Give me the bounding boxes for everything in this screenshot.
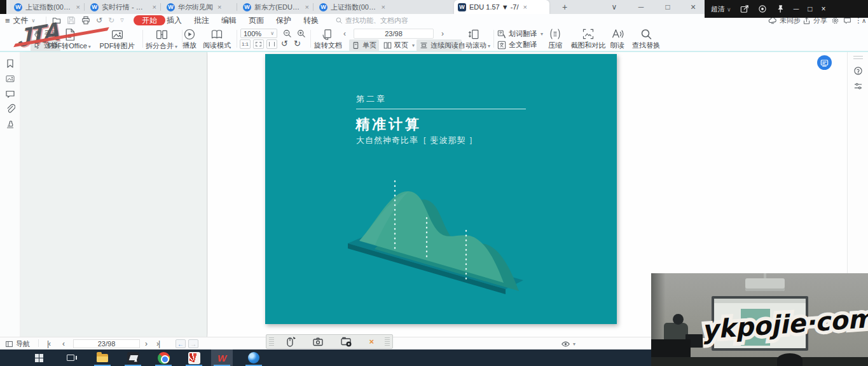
images-panel-icon[interactable] — [5, 74, 15, 84]
close-capture-icon[interactable]: × — [369, 337, 375, 346]
rotate-document-button[interactable]: 旋转文档 — [312, 27, 345, 49]
history-forward-button[interactable]: → — [188, 339, 198, 348]
print-icon[interactable] — [81, 16, 90, 25]
previous-page-icon[interactable]: ‹ — [343, 29, 346, 38]
compress-button[interactable]: 压缩 — [544, 27, 566, 49]
pdf-to-office-button[interactable]: PDF转Office▾ — [45, 28, 94, 50]
tab-wallstreetcn[interactable]: W 华尔街见闻 × — [163, 0, 237, 14]
tab-close-icon[interactable]: × — [217, 3, 221, 11]
recorder-share-icon[interactable] — [740, 4, 749, 13]
page-indicator-box[interactable]: 23/98 — [73, 339, 140, 348]
webcam-overlay[interactable]: ykpojie·com — [651, 273, 868, 366]
tab-close-icon[interactable]: × — [305, 3, 309, 11]
single-page-button[interactable]: 单页 — [349, 39, 379, 51]
find-replace-button[interactable]: 查找替换 — [630, 27, 663, 49]
file-menu[interactable]: ≡ 文件 ∨ — [5, 14, 35, 27]
capture-floating-toolbar[interactable]: × — [266, 334, 393, 349]
window-minimize-button[interactable]: ─ — [632, 0, 650, 14]
navigation-toggle[interactable]: 导航 — [5, 337, 30, 350]
edge-browser-button[interactable] — [243, 349, 265, 366]
cards-app-button[interactable] — [183, 349, 205, 366]
double-page-button[interactable]: 双页 ▾ — [381, 39, 417, 51]
recorder-maximize-button[interactable]: □ — [808, 4, 812, 13]
more-tools-chevron-icon[interactable]: ▽ — [120, 18, 123, 23]
camera-capture-icon[interactable] — [312, 336, 324, 348]
pdf-to-image-button[interactable]: PDF转图片 — [94, 28, 140, 50]
tab-list-chevron-icon[interactable]: ∨ — [605, 0, 623, 14]
word-translate-button[interactable]: 划词翻译 ▾ — [497, 29, 543, 39]
stamp-panel-icon[interactable] — [5, 119, 15, 129]
undo-icon[interactable]: ↺ — [96, 16, 102, 25]
history-back-button[interactable]: ← — [176, 339, 186, 348]
menu-tab-protect[interactable]: 保护 — [276, 14, 291, 27]
tab-stock-index-2[interactable]: W 上证指数(00000 × — [315, 0, 389, 14]
fit-page-button[interactable] — [253, 39, 264, 49]
tab-close-icon[interactable]: × — [153, 3, 156, 11]
menu-tab-page[interactable]: 页面 — [249, 14, 264, 27]
full-translate-button[interactable]: 全文翻译 — [497, 40, 537, 50]
tab-stock-index-1[interactable]: W 上证指数(00000 × — [10, 0, 84, 14]
play-button[interactable]: 播放 — [178, 28, 201, 49]
zoom-in-icon[interactable] — [296, 29, 306, 38]
menu-tab-convert[interactable]: 转换 — [303, 14, 319, 27]
recorder-record-icon[interactable] — [758, 4, 767, 13]
open-file-icon[interactable] — [52, 16, 61, 25]
screenshot-compare-button[interactable]: 截图和对比 — [568, 27, 608, 49]
search-input[interactable] — [345, 17, 447, 24]
read-mode-button[interactable]: 阅读模式 — [201, 28, 233, 49]
last-page-button[interactable]: ›| — [156, 337, 160, 350]
previous-page-button[interactable]: ‹ — [62, 337, 64, 350]
read-aloud-button[interactable]: 朗读 — [607, 27, 628, 49]
continuous-read-button[interactable]: 连续阅读 — [417, 39, 462, 51]
search-box[interactable] — [335, 15, 456, 25]
tab-close-icon[interactable]: × — [76, 3, 80, 11]
tab-edu-nyse[interactable]: W 新东方(EDU.NYS × — [239, 0, 313, 14]
next-page-button[interactable]: › — [145, 337, 147, 350]
help-icon[interactable] — [853, 66, 863, 76]
drag-grip-icon[interactable] — [385, 337, 390, 346]
attachment-panel-icon[interactable] — [5, 104, 15, 114]
task-view-button[interactable] — [60, 349, 81, 366]
zoom-out-icon[interactable] — [282, 29, 292, 38]
next-page-icon[interactable]: › — [441, 29, 444, 38]
start-button[interactable] — [28, 349, 50, 366]
rotate-left-icon[interactable]: ↺ — [281, 39, 288, 48]
menu-tab-annotate[interactable]: 批注 — [194, 14, 209, 27]
menu-tab-insert[interactable]: 插入 — [167, 14, 182, 27]
mouse-tool-icon[interactable] — [285, 336, 296, 348]
auto-scroll-button[interactable]: 自动滚动▾ — [457, 28, 492, 49]
recorder-quality-label[interactable]: 超清 ∨ — [711, 4, 731, 14]
fit-width-button[interactable] — [266, 39, 277, 49]
save-icon[interactable] — [67, 16, 76, 25]
new-tab-button[interactable]: + — [556, 0, 574, 14]
recorder-pin-icon[interactable] — [776, 4, 785, 13]
presentation-app-button[interactable] — [122, 349, 144, 366]
tab-edu-active[interactable]: W EDU 1.57 ▼ -7/ × — [454, 0, 549, 14]
recorder-close-button[interactable]: × — [821, 4, 825, 13]
bookmarks-panel-icon[interactable] — [5, 58, 15, 69]
tab-close-icon[interactable]: × — [382, 3, 385, 11]
zoom-level-select[interactable]: 100% ∨ — [240, 29, 277, 38]
redo-icon[interactable]: ↻ — [108, 16, 114, 25]
file-explorer-button[interactable] — [92, 349, 113, 366]
drag-grip-icon[interactable] — [269, 337, 274, 346]
split-merge-button[interactable]: 拆分合并▾ — [144, 28, 179, 50]
window-close-button[interactable]: × — [684, 0, 702, 14]
display-settings-icon[interactable] — [853, 81, 863, 91]
page-indicator-input[interactable]: 23/98 — [354, 29, 434, 39]
tab-realtime-quotes[interactable]: W 实时行情 - 华尔街 × — [86, 0, 160, 14]
comments-panel-icon[interactable] — [5, 89, 15, 99]
camera-settings-icon[interactable] — [340, 336, 353, 348]
menu-tab-home[interactable]: 开始 — [134, 15, 165, 25]
recorder-minimize-button[interactable]: ─ — [794, 4, 799, 13]
menu-tab-edit[interactable]: 编辑 — [221, 14, 237, 27]
actual-size-button[interactable]: 1:1 — [240, 39, 251, 49]
pdf-page[interactable]: 第二章 精准计算 大自然神奇比率［ 斐波那契 ］ — [265, 54, 617, 324]
navigation-pane[interactable] — [20, 52, 207, 337]
tab-close-icon[interactable]: × — [523, 3, 527, 11]
rotate-right-icon[interactable]: ↻ — [294, 39, 301, 48]
quick-tools-badge[interactable] — [817, 55, 832, 70]
first-page-button[interactable]: |‹ — [47, 337, 50, 350]
eye-protect-button[interactable]: ▾ — [561, 337, 575, 350]
wps-office-button[interactable]: W — [211, 349, 233, 366]
